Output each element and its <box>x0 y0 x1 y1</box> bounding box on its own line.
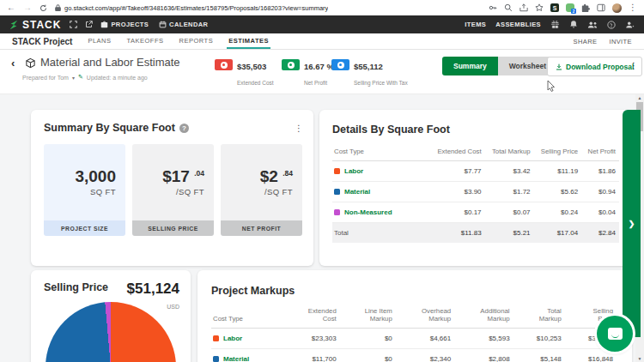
cost-type-link[interactable]: Labor <box>213 335 279 342</box>
browser-forward-icon[interactable]: → <box>23 3 32 12</box>
lock-icon <box>55 4 61 11</box>
stat-extended-cost: $35,503 Extended Cost <box>215 57 274 88</box>
browser-actions: S 2 ⋮ <box>489 3 637 13</box>
stat-net-profit: 16.67 % Net Profit <box>282 57 334 88</box>
labor-swatch <box>334 168 340 174</box>
summary-by-square-foot-card: Summary By Square Foot ? ⋮ 3,000 SQ FT P… <box>31 110 313 266</box>
header-kebab-menu[interactable]: ⋮ <box>629 61 638 70</box>
browser-window-icon[interactable] <box>597 3 605 12</box>
app-window: ← → go.stackct.com/app/#/Takeoff/3481636… <box>0 0 644 362</box>
cost-type-link[interactable]: Labor <box>334 167 427 175</box>
chat-support-button[interactable] <box>597 316 633 352</box>
stack-logo-icon <box>9 20 19 30</box>
users-icon[interactable] <box>587 21 598 29</box>
currency-label: USD <box>167 304 179 310</box>
scroll-down-icon[interactable]: ▼ <box>635 356 644 361</box>
extension-with-badge-icon[interactable]: 2 <box>566 3 574 12</box>
cost-type-link[interactable]: Material <box>213 355 279 362</box>
mouse-cursor <box>547 81 556 92</box>
project-subnav: STACK Project PLANS TAKEOFFS REPORTS EST… <box>0 33 644 50</box>
tab-reports[interactable]: REPORTS <box>178 33 216 49</box>
tile-label: NET PROFIT <box>221 220 302 236</box>
project-markups-card: Project Markups Cost Type Extended Cost … <box>197 270 632 362</box>
toggle-summary[interactable]: Summary <box>442 57 498 75</box>
money-bill-blue-icon <box>331 59 349 70</box>
prepared-for[interactable]: Prepared for Tom <box>22 75 69 81</box>
table-row-material: Material $3.90 $1.72 $5.62 $0.94 <box>332 182 619 202</box>
slide-out-panel-tab[interactable]: ❯ <box>623 110 641 337</box>
selling-price-card: Selling Price $51,124 USD <box>31 270 191 362</box>
stack-logo[interactable]: STACK <box>9 19 61 31</box>
calendar-icon <box>159 21 167 28</box>
project-size-tile: 3,000 SQ FT PROJECT SIZE <box>44 144 125 236</box>
money-bill-green-icon <box>282 59 300 70</box>
estimate-title: Material and Labor Estimate <box>40 56 180 69</box>
tile-label: PROJECT SIZE <box>44 220 125 236</box>
estimate-cube-icon <box>25 57 36 72</box>
stat-label: Net Profit <box>304 80 327 86</box>
stat-value: $55,112 <box>354 62 383 71</box>
gift-icon[interactable] <box>550 20 560 29</box>
nav-assemblies[interactable]: ASSEMBLIES <box>495 21 541 28</box>
nav-projects[interactable]: PROJECTS <box>100 21 149 28</box>
browser-menu-icon[interactable]: ⋮ <box>629 3 637 12</box>
help-circle-icon[interactable]: ? <box>179 124 189 133</box>
scroll-up-icon[interactable]: ▲ <box>635 95 644 100</box>
stat-label: Selling Price With Tax <box>354 80 408 86</box>
chevron-right-icon: ❯ <box>629 220 635 228</box>
tile-label: SELLING PRICE <box>132 220 214 236</box>
fullscreen-icon[interactable] <box>70 21 77 28</box>
nav-items[interactable]: ITEMS <box>465 21 486 28</box>
updated-text: Updated: a minute ago <box>87 75 148 81</box>
bookmark-star-icon[interactable] <box>535 3 544 12</box>
table-row-total: Total $11.83 $5.21 $17.04 $2.84 <box>332 223 619 244</box>
browser-reload-icon[interactable] <box>39 4 47 12</box>
download-proposal-button[interactable]: Download Proposal <box>547 57 642 76</box>
back-button[interactable]: ‹ <box>11 57 15 69</box>
stat-value: $35,503 <box>237 62 266 71</box>
card-kebab-menu[interactable]: ⋮ <box>295 124 303 133</box>
cost-type-link[interactable]: Non-Measured <box>334 208 427 216</box>
edit-pencil-icon[interactable]: ✎ <box>78 74 83 81</box>
address-bar[interactable]: go.stackct.com/app/#/Takeoff/3481636/Est… <box>55 4 481 12</box>
details-table: Cost Type Extended Cost Total Markup Sel… <box>332 143 619 243</box>
help-icon[interactable] <box>607 21 616 29</box>
tab-plans[interactable]: PLANS <box>86 33 112 49</box>
material-swatch <box>213 356 219 362</box>
url-text: go.stackct.com/app/#/Takeoff/3481636/Est… <box>64 4 328 12</box>
notifications-bell-icon[interactable] <box>569 20 578 29</box>
share-icon[interactable] <box>519 3 528 12</box>
app-top-bar: STACK PROJECTS CALENDAR ITEMS ASSEMBLIES <box>0 15 644 33</box>
stat-value: 16.67 % <box>304 62 334 71</box>
account-settings-icon[interactable] <box>625 21 635 29</box>
chat-bubble-icon <box>608 328 623 340</box>
browser-back-icon[interactable]: ← <box>7 3 15 12</box>
table-row-labor: Labor $23,303 $0 $4,661 $5,593 $10,253 $… <box>211 329 618 349</box>
labor-swatch <box>213 335 219 341</box>
table-row-material: Material $11,700 $0 $2,340 $2,808 $5,148… <box>211 349 618 362</box>
nav-calendar[interactable]: CALENDAR <box>159 21 208 28</box>
view-toggle: Summary Worksheet <box>442 57 557 75</box>
estimate-summary-content: Summary By Square Foot ? ⋮ 3,000 SQ FT P… <box>0 94 644 362</box>
extensions-puzzle-icon[interactable] <box>581 3 590 12</box>
briefcase-icon <box>100 21 108 28</box>
browser-chrome: ← → go.stackct.com/app/#/Takeoff/3481636… <box>0 0 644 15</box>
stack-extension-icon[interactable]: S <box>550 3 559 12</box>
project-name[interactable]: STACK Project <box>12 37 72 46</box>
tab-takeoffs[interactable]: TAKEOFFS <box>125 33 166 49</box>
prepared-for-caret-icon[interactable]: ▾ <box>72 75 75 81</box>
card-title: Details By Square Foot <box>332 124 450 136</box>
share-button[interactable]: SHARE <box>574 38 598 45</box>
material-swatch <box>334 189 340 195</box>
zoom-icon[interactable] <box>504 3 513 12</box>
open-in-new-icon[interactable] <box>85 21 93 28</box>
key-icon[interactable] <box>489 3 497 12</box>
download-icon <box>556 63 562 70</box>
stat-label: Extended Cost <box>237 80 274 86</box>
cost-type-link[interactable]: Material <box>334 188 427 196</box>
tab-estimates[interactable]: ESTIMATES <box>227 33 270 49</box>
card-title: Summary By Square Foot <box>44 122 175 134</box>
browser-profile-avatar[interactable] <box>612 3 622 13</box>
invite-button[interactable]: INVITE <box>609 38 632 45</box>
non-measured-swatch <box>334 209 340 215</box>
